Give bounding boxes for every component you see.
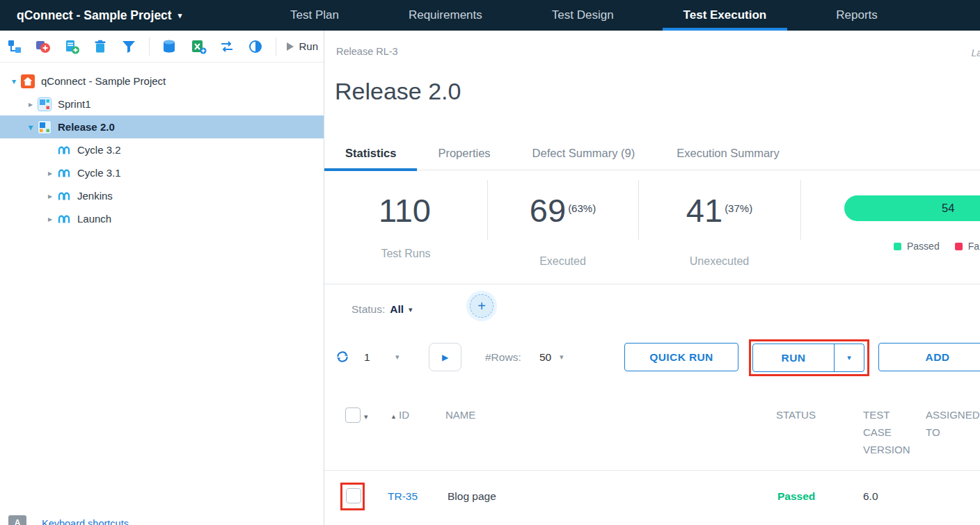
passed-count: 54 xyxy=(942,195,954,221)
select-all-checkbox[interactable] xyxy=(345,407,361,423)
project-selector-label: qConnect - Sample Project xyxy=(17,8,172,23)
nav-reports[interactable]: Reports xyxy=(815,0,899,31)
section-divider xyxy=(324,284,980,284)
sort-asc-icon[interactable]: ▲ xyxy=(390,413,397,420)
database-icon[interactable] xyxy=(161,38,178,56)
passed-progress-bar: 54 xyxy=(844,195,980,221)
cycle-icon xyxy=(57,189,71,203)
column-header-name[interactable]: NAME xyxy=(445,406,475,423)
filter-icon[interactable] xyxy=(120,38,138,56)
refresh-icon[interactable] xyxy=(335,350,349,366)
add-icon[interactable] xyxy=(34,38,52,56)
cycle-icon xyxy=(57,143,71,157)
run-split-button: RUN xyxy=(752,344,864,372)
run-tree-label: Run xyxy=(299,40,318,52)
nav-test-design[interactable]: Test Design xyxy=(531,0,635,31)
stat-percentage: (37%) xyxy=(725,191,752,226)
chevron-down-icon xyxy=(409,305,413,314)
stat-divider xyxy=(800,180,801,240)
main-content: Release RL-3 La Release 2.0 Statistics P… xyxy=(324,31,980,525)
sidebar: Run qConnect - Sample Project Sprint1 Re… xyxy=(0,31,324,525)
toggle-view-icon[interactable] xyxy=(246,38,264,56)
row-checkbox[interactable] xyxy=(346,488,361,503)
status-filter-label: Status: xyxy=(351,303,385,316)
test-case-version: 6.0 xyxy=(863,490,878,503)
tab-execution-summary[interactable]: Execution Summary xyxy=(656,136,800,170)
transfer-icon[interactable] xyxy=(218,38,235,56)
stat-value: 69(63%) xyxy=(487,193,638,236)
breadcrumb: Release RL-3 xyxy=(336,46,398,57)
select-menu-caret-icon[interactable] xyxy=(364,412,368,421)
run-tree-button[interactable]: Run xyxy=(287,40,318,52)
top-navigation-bar: qConnect - Sample Project Test Plan Requ… xyxy=(0,0,980,31)
expand-tree-icon[interactable] xyxy=(6,38,23,56)
tree-item-jenkins[interactable]: Jenkins xyxy=(0,184,324,207)
tree-collapse-icon[interactable] xyxy=(24,99,38,109)
keyboard-icon: A xyxy=(8,515,26,525)
nav-requirements[interactable]: Requirements xyxy=(388,0,503,31)
column-header-assigned-to[interactable]: ASSIGNED TO xyxy=(926,406,980,441)
cycle-icon xyxy=(57,212,71,226)
excel-export-icon[interactable] xyxy=(189,38,207,56)
tree-expand-icon[interactable] xyxy=(7,76,21,86)
tree-item-project-root[interactable]: qConnect - Sample Project xyxy=(0,70,324,92)
tree-item-release-2-0[interactable]: Release 2.0 xyxy=(0,115,324,138)
page-number-select[interactable]: 1 xyxy=(364,351,370,364)
main-nav: Test Plan Requirements Test Design Test … xyxy=(269,0,899,31)
tree-collapse-icon[interactable] xyxy=(43,214,57,224)
stat-value: 41(37%) xyxy=(638,193,800,236)
tree-item-cycle-3-1[interactable]: Cycle 3.1 xyxy=(0,161,324,184)
stat-label: Unexecuted xyxy=(638,255,800,268)
chevron-down-icon xyxy=(178,11,182,20)
tree-item-cycle-3-2[interactable]: Cycle 3.2 xyxy=(0,138,324,161)
stat-executed: 69(63%) Executed xyxy=(487,193,638,268)
column-header-id[interactable]: ID xyxy=(399,406,409,423)
table-header-divider xyxy=(324,470,980,471)
page-select-caret-icon[interactable] xyxy=(395,353,400,362)
tree-collapse-icon[interactable] xyxy=(43,168,57,178)
project-tree: qConnect - Sample Project Sprint1 Releas… xyxy=(0,63,324,230)
rows-select-caret-icon[interactable] xyxy=(560,353,564,362)
copy-add-icon[interactable] xyxy=(63,38,80,56)
run-dropdown-caret-icon[interactable] xyxy=(834,344,864,371)
nav-test-plan[interactable]: Test Plan xyxy=(269,0,360,31)
tab-defect-summary[interactable]: Defect Summary (9) xyxy=(512,136,656,170)
test-run-name: Blog page xyxy=(448,490,496,503)
quick-run-button[interactable]: QUICK RUN xyxy=(624,343,738,371)
tree-collapse-icon[interactable] xyxy=(43,191,57,201)
sidebar-toolbar: Run xyxy=(0,31,324,63)
delete-icon[interactable] xyxy=(92,38,109,56)
failed-legend-label: Fa xyxy=(968,241,979,252)
next-page-button[interactable] xyxy=(429,343,461,371)
stat-percentage: (63%) xyxy=(568,191,596,226)
column-header-status[interactable]: STATUS xyxy=(776,406,816,423)
toolbar-separator xyxy=(276,38,276,56)
add-button[interactable]: ADD xyxy=(878,343,980,371)
tab-properties[interactable]: Properties xyxy=(417,136,511,170)
tab-statistics[interactable]: Statistics xyxy=(324,136,417,170)
toolbar-separator xyxy=(149,38,150,56)
stat-test-runs: 110 Test Runs xyxy=(324,193,487,261)
sprint-icon xyxy=(38,97,52,111)
detail-tabs: Statistics Properties Defect Summary (9)… xyxy=(324,136,980,170)
tree-expand-icon[interactable] xyxy=(24,122,38,132)
play-icon xyxy=(287,42,294,51)
test-run-id-link[interactable]: TR-35 xyxy=(388,490,418,503)
stat-label: Executed xyxy=(487,255,638,268)
project-selector[interactable]: qConnect - Sample Project xyxy=(17,0,182,31)
release-icon xyxy=(38,120,52,134)
column-header-test-case-version[interactable]: TEST CASE VERSION xyxy=(863,406,917,458)
tree-item-label: Jenkins xyxy=(77,190,113,202)
run-button[interactable]: RUN xyxy=(753,344,834,371)
keyboard-shortcuts-link[interactable]: Keyboard shortcuts xyxy=(42,515,129,525)
stat-divider xyxy=(638,180,639,240)
status-filter[interactable]: Status: All xyxy=(351,303,413,316)
tree-item-label: Cycle 3.1 xyxy=(77,167,121,179)
nav-test-execution[interactable]: Test Execution xyxy=(663,0,788,31)
tree-item-label: Release 2.0 xyxy=(58,121,115,133)
rows-select[interactable]: 50 xyxy=(539,351,551,364)
tree-item-sprint1[interactable]: Sprint1 xyxy=(0,92,324,115)
stat-label: Test Runs xyxy=(324,247,487,261)
tree-item-launch[interactable]: Launch xyxy=(0,207,324,230)
add-filter-button[interactable] xyxy=(470,294,493,318)
